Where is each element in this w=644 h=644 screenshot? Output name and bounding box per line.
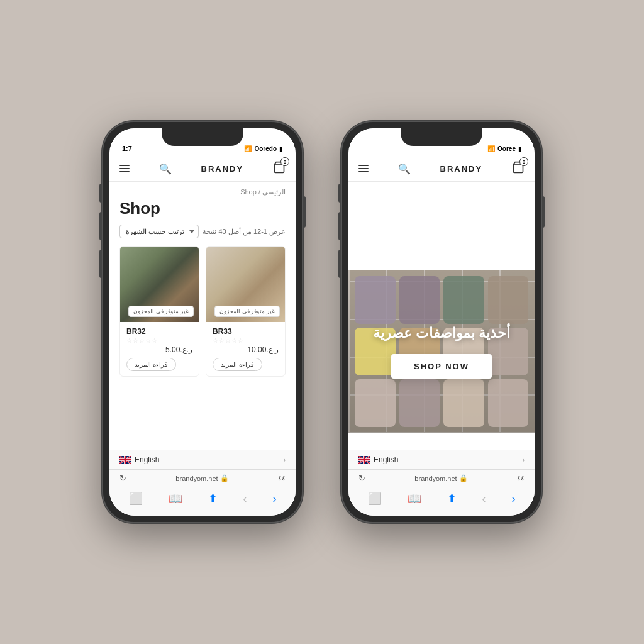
- product-image-2: غير متوفر في المخزون: [206, 247, 285, 322]
- right-uk-flag: [358, 456, 370, 464]
- power-button: [303, 196, 306, 228]
- left-tab-icon[interactable]: ⬜: [129, 492, 143, 506]
- right-safari-nav: ⬜ 📖 ⬆ ‹ ›: [348, 487, 535, 516]
- left-products-grid: غير متوفر في المخزون BR32 ☆☆☆☆☆ ر.ع.5.00…: [109, 246, 296, 387]
- left-lang-selector[interactable]: English: [119, 455, 159, 464]
- right-status-icons: 📶 Ooree ▮: [487, 145, 522, 152]
- left-refresh-icon[interactable]: ↻: [119, 474, 126, 483]
- right-phone-screen: 📶 Ooree ▮ 🔍 BRANDY 0: [348, 128, 535, 516]
- left-phone-content[interactable]: الرئيسي / Shop Shop عرض 1-12 من أصل 40 ن…: [109, 182, 296, 450]
- right-language-text: English: [374, 455, 398, 464]
- read-more-btn-2[interactable]: قراءة المزيد: [213, 358, 262, 371]
- product-info-1: BR32 ☆☆☆☆☆ ر.ع.5.00 قراءة المزيد: [120, 322, 199, 376]
- product-stars-2: ☆☆☆☆☆: [213, 337, 279, 344]
- left-url-display[interactable]: brandyom.net 🔒: [175, 474, 228, 482]
- volume-down-button: [99, 250, 102, 278]
- right-battery-icon: ▮: [518, 145, 522, 152]
- left-brand: BRANDY: [201, 164, 244, 174]
- left-lock-icon: 🔒: [220, 474, 229, 482]
- right-cart-count: 0: [519, 157, 528, 166]
- product-price-2: ر.ع.10.00: [213, 345, 279, 354]
- left-sort-select[interactable]: ترتيب حسب الشهرة: [119, 225, 199, 238]
- left-time: 1:7: [122, 145, 132, 152]
- left-notch: [162, 128, 243, 146]
- left-back-icon[interactable]: ‹: [243, 492, 247, 506]
- left-shop-title: Shop: [109, 199, 296, 225]
- product-stars-1: ☆☆☆☆☆: [126, 337, 192, 344]
- out-of-stock-badge-2: غير متوفر في المخزون: [214, 306, 280, 317]
- left-phone-screen: 1:7 📶 Ooredo ▮ 🔍 BRANDY: [109, 128, 296, 516]
- right-lock-icon: 🔒: [459, 474, 468, 482]
- right-back-icon[interactable]: ‹: [482, 492, 486, 506]
- left-safari-nav: ⬜ 📖 ⬆ ‹ ›: [109, 487, 296, 516]
- left-filter-bar: عرض 1-12 من أصل 40 نتيجة ترتيب حسب الشهر…: [109, 225, 296, 246]
- left-language-text: English: [135, 455, 159, 464]
- right-hero-image: أحذية بمواصفات عصرية SHOP NOW: [348, 270, 535, 433]
- right-lang-selector[interactable]: English: [358, 455, 398, 464]
- shop-now-button[interactable]: SHOP NOW: [391, 354, 492, 379]
- battery-icon: ▮: [279, 145, 283, 152]
- right-search-icon[interactable]: 🔍: [398, 163, 411, 175]
- right-phone-content[interactable]: أحذية بمواصفات عصرية SHOP NOW: [348, 182, 535, 450]
- product-info-2: BR33 ☆☆☆☆☆ ر.ع.10.00 قراءة المزيد: [206, 322, 285, 376]
- hero-overlay: أحذية بمواصفات عصرية SHOP NOW: [348, 270, 535, 433]
- product-sku-2: BR33: [213, 327, 279, 336]
- right-cart-button[interactable]: 0: [512, 161, 525, 176]
- silent-button: [99, 184, 102, 203]
- left-bookmarks-icon[interactable]: 📖: [169, 492, 182, 506]
- left-breadcrumb: الرئيسي / Shop: [109, 182, 296, 199]
- right-volume-up-button: [338, 212, 341, 240]
- right-silent-button: [338, 184, 341, 203]
- right-carrier-text: Ooree: [497, 145, 516, 152]
- left-cart-count: 0: [280, 157, 289, 166]
- right-wifi-icon: 📶: [487, 145, 495, 152]
- left-phone: 1:7 📶 Ooredo ▮ 🔍 BRANDY: [102, 121, 303, 523]
- out-of-stock-badge-1: غير متوفر في المخزون: [128, 306, 194, 317]
- right-ar-text: ٤٤: [517, 474, 525, 482]
- right-url-display[interactable]: brandyom.net 🔒: [414, 474, 467, 482]
- right-hero-white: [348, 182, 535, 270]
- right-volume-down-button: [338, 250, 341, 278]
- right-hero-title: أحذية بمواصفات عصرية: [373, 325, 510, 341]
- right-refresh-icon[interactable]: ↻: [358, 474, 365, 483]
- volume-up-button: [99, 212, 102, 240]
- left-lang-bar[interactable]: English ›: [109, 450, 296, 470]
- carrier-text: Ooredo: [254, 145, 277, 152]
- right-menu-button[interactable]: [358, 165, 369, 172]
- left-share-icon[interactable]: ⬆: [208, 492, 218, 506]
- right-brand: BRANDY: [440, 164, 483, 174]
- right-tab-icon[interactable]: ⬜: [368, 492, 382, 506]
- right-notch: [401, 128, 482, 146]
- right-bookmarks-icon[interactable]: 📖: [408, 492, 421, 506]
- left-search-icon[interactable]: 🔍: [159, 163, 172, 175]
- left-uk-flag: [119, 456, 131, 464]
- left-ar-text: ٤٤: [278, 474, 286, 482]
- product-card-1[interactable]: غير متوفر في المخزون BR32 ☆☆☆☆☆ ر.ع.5.00…: [119, 246, 199, 377]
- left-address-bar: ↻ brandyom.net 🔒 ٤٤: [109, 470, 296, 487]
- read-more-btn-1[interactable]: قراءة المزيد: [126, 358, 176, 371]
- right-share-icon[interactable]: ⬆: [447, 492, 457, 506]
- phones-container: 1:7 📶 Ooredo ▮ 🔍 BRANDY: [102, 121, 542, 523]
- product-price-1: ر.ع.5.00: [126, 345, 192, 354]
- right-phone: 📶 Ooree ▮ 🔍 BRANDY 0: [341, 121, 542, 523]
- right-chevron-icon: ›: [523, 457, 525, 464]
- product-card-2[interactable]: غير متوفر في المخزون BR33 ☆☆☆☆☆ ر.ع.10.0…: [206, 246, 286, 377]
- right-url-text: brandyom.net: [414, 475, 457, 482]
- right-power-button: [542, 196, 545, 228]
- right-lang-bar[interactable]: English ›: [348, 450, 535, 470]
- left-cart-button[interactable]: 0: [273, 161, 286, 176]
- left-results-count: عرض 1-12 من أصل 40 نتيجة: [203, 228, 286, 236]
- left-chevron-icon: ›: [284, 457, 286, 464]
- wifi-icon: 📶: [244, 145, 252, 152]
- left-menu-button[interactable]: [119, 165, 130, 172]
- left-url-text: brandyom.net: [175, 475, 218, 482]
- left-forward-icon[interactable]: ›: [273, 492, 277, 506]
- product-sku-1: BR32: [126, 327, 192, 336]
- left-bottom-bar: English › ↻ brandyom.net 🔒 ٤٤ ⬜ 📖 ⬆: [109, 450, 296, 516]
- left-status-icons: 📶 Ooredo ▮: [244, 145, 283, 152]
- right-forward-icon[interactable]: ›: [512, 492, 516, 506]
- left-nav-bar: 🔍 BRANDY 0: [109, 156, 296, 182]
- right-address-bar: ↻ brandyom.net 🔒 ٤٤: [348, 470, 535, 487]
- product-image-1: غير متوفر في المخزون: [120, 247, 199, 322]
- right-bottom-bar: English › ↻ brandyom.net 🔒 ٤٤ ⬜ 📖 ⬆: [348, 450, 535, 516]
